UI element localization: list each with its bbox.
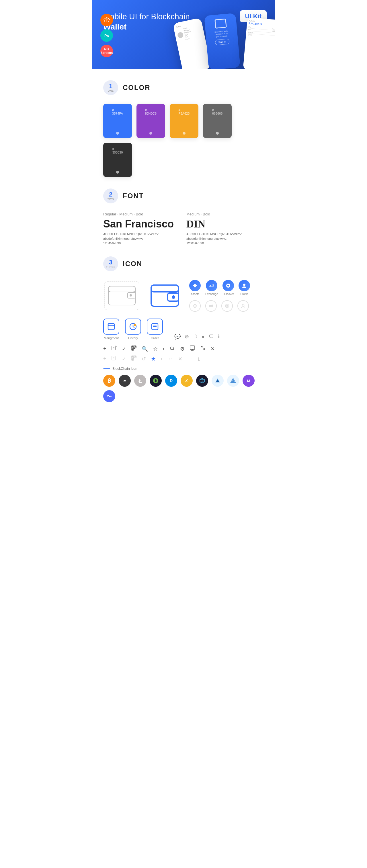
qr-svg (131, 345, 137, 351)
screens-label: 60+Screens (101, 47, 113, 55)
icon-list-edit (112, 345, 117, 352)
color-word: ONE (108, 89, 114, 92)
matic-icon: M (243, 375, 255, 387)
exchange-icon-outline (205, 300, 217, 312)
icon-title: ICON (123, 260, 142, 268)
exchange-label: Exchange (205, 292, 218, 296)
center-caption: Character may bemanifested in thegreat m… (215, 30, 229, 38)
icon-moon: ☽ (193, 334, 198, 340)
phone-screen-right-content: myWallet 6,297,502.12 BTC738-2003 ETH564… (246, 17, 275, 41)
svg-point-10 (172, 296, 175, 299)
nav-icons-colored-row: Assets Exchange (189, 280, 250, 296)
icon-chevron-left-gray: ‹ (161, 356, 163, 362)
icon-speech: 🗨 (209, 334, 214, 340)
nav-icons-group: Assets Exchange (189, 280, 250, 312)
svg-rect-7 (151, 285, 179, 306)
sf-lowercase: abcdefghijklmnopqrstuvwxyz (103, 237, 181, 240)
font-section-num: 2 TWO (103, 188, 118, 204)
svg-rect-51 (135, 356, 136, 357)
history-icon-box (125, 318, 141, 335)
discover-label: Discover (223, 292, 234, 296)
management-icon-item: Mangment (103, 318, 119, 340)
swatch-purple-hex: #8D40C8 (145, 108, 157, 115)
band-icon (103, 390, 115, 402)
font-title: FONT (123, 192, 144, 200)
icon-layers: ⊜ (185, 334, 189, 340)
assets-icon-svg (192, 283, 198, 288)
nav-icon-assets: Assets (189, 280, 201, 296)
phone-center: Character may bemanifested in thegreat m… (204, 13, 240, 69)
hero-badges: Ps 60+Screens (101, 14, 113, 57)
eth-label: ETH (248, 29, 251, 31)
icon-search: 🔍 (142, 346, 148, 352)
svg-marker-11 (193, 283, 197, 288)
assets-icon-outline (189, 300, 201, 312)
icon-word: THREE (106, 266, 115, 269)
nem-svg (152, 378, 159, 384)
phone-screen-center-content: Character may bemanifested in thegreat m… (204, 13, 238, 51)
color-section-num: 1 ONE (103, 80, 118, 95)
assets-icon-circle (189, 280, 201, 291)
swatch-dark: #303030 (103, 143, 132, 177)
icon-qr-gray (131, 355, 137, 362)
history-label: History (128, 336, 138, 340)
discover-outline-svg (225, 303, 230, 309)
icon-upload (190, 345, 195, 352)
swatch-purple-dot (149, 132, 152, 135)
svg-rect-49 (132, 356, 133, 357)
font-section-header: 2 TWO FONT (103, 188, 264, 204)
svg-rect-41 (190, 346, 195, 349)
swatch-dark-dot (116, 171, 119, 174)
share-svg (170, 345, 175, 351)
guide-h (103, 296, 140, 296)
wireframe-wallet-container (103, 280, 140, 311)
icon-arrows-gray: ↔ (168, 356, 173, 362)
btc-icon: ₿ (103, 375, 115, 387)
svg-rect-37 (132, 349, 133, 350)
icon-circle-fill: ● (202, 334, 205, 340)
signup-btn[interactable]: Sign up (215, 39, 230, 45)
icon-big-row: Mangment History (103, 318, 264, 340)
grid-icon (196, 375, 208, 387)
font-section: 2 TWO FONT Regular · Medium · Bold San F… (92, 183, 275, 251)
ltc-icon: Ł (134, 375, 146, 387)
color-swatches: #3574FA #8D40C8 #F5A623 #666666 #303030 (103, 104, 264, 177)
management-label: Mangment (104, 336, 119, 340)
sf-uppercase: ABCDEFGHIJKLMNOPQRSTUVWXYZ (103, 232, 181, 236)
icon-resize (200, 345, 205, 352)
icon-plus: + (103, 346, 106, 352)
svg-rect-8 (151, 285, 179, 292)
icon-info-gray: ℹ (198, 356, 200, 362)
svg-line-31 (116, 346, 116, 347)
svg-rect-40 (134, 350, 136, 350)
steem-icon (227, 375, 239, 387)
din-uppercase: ABCDEFGHIJKLMNOPQRSTUVWXYZ (186, 232, 264, 236)
upload-svg (190, 345, 195, 351)
ark-svg (215, 378, 221, 384)
icon-forward-gray: → (188, 356, 193, 362)
icon-num: 3 (109, 259, 112, 266)
icon-settings: ⚙ (180, 346, 185, 352)
exchange-icon-circle (206, 280, 217, 291)
svg-rect-53 (132, 359, 133, 360)
din-style-label: Medium · Bold (186, 212, 264, 216)
swatch-purple: #8D40C8 (137, 104, 165, 138)
din-font-name: DIN (186, 218, 264, 230)
font-word: TWO (108, 198, 114, 200)
sf-font-name: San Francisco (103, 218, 181, 230)
swatch-blue-hex: #3574FA (112, 108, 123, 115)
qtum-label: QTUM (248, 34, 252, 36)
qr-gray-svg (131, 355, 137, 361)
nav-icon-assets-outline (189, 300, 201, 312)
band-svg (106, 393, 112, 399)
svg-rect-38 (134, 348, 135, 349)
din-lowercase: abcdefghijklmnopqrstuvwxyz (186, 237, 264, 240)
nav-icon-discover-outline (221, 300, 233, 312)
color-title: COLOR (123, 84, 150, 92)
icon-tools-row-2: + ✓ ↺ ★ ‹ ↔ ✕ → ℹ (103, 355, 264, 362)
font-block-din: Medium · Bold DIN ABCDEFGHIJKLMNOPQRSTUV… (186, 212, 264, 245)
list-gray-svg (112, 355, 117, 361)
nav-icon-exchange-outline (205, 300, 217, 312)
waves-label: WAVES (248, 31, 253, 33)
icon-star-blue: ★ (151, 356, 156, 362)
